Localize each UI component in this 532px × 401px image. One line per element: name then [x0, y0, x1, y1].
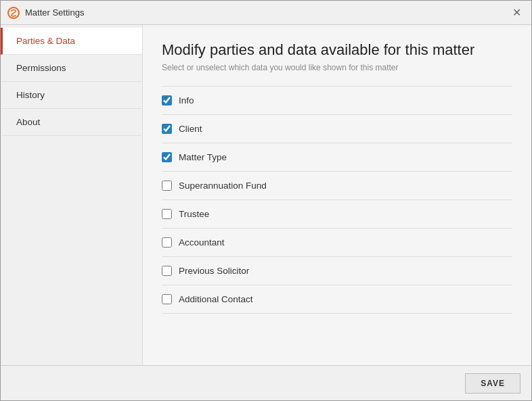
matter-settings-window: Matter Settings ✕ Parties & DataPermissi… — [0, 0, 532, 401]
checkbox-additional-contact[interactable] — [162, 294, 172, 304]
checkbox-label-superannuation-fund: Superannuation Fund — [179, 181, 267, 191]
page-subtitle: Select or unselect which data you would … — [162, 63, 512, 72]
sidebar-item-about[interactable]: About — [1, 109, 142, 136]
checkbox-matter-type[interactable] — [162, 152, 172, 162]
window-title: Matter Settings — [25, 7, 84, 18]
app-icon — [7, 7, 20, 19]
footer: SAVE — [1, 365, 531, 400]
sidebar-item-permissions[interactable]: Permissions — [1, 55, 142, 82]
checkbox-row-info: Info — [162, 87, 512, 115]
checkbox-info[interactable] — [162, 95, 172, 105]
checkbox-superannuation-fund[interactable] — [162, 181, 172, 191]
checkbox-list: InfoClientMatter TypeSuperannuation Fund… — [162, 86, 512, 314]
save-button[interactable]: SAVE — [465, 373, 520, 394]
checkbox-trustee[interactable] — [162, 209, 172, 219]
sidebar-item-parties-data[interactable]: Parties & Data — [1, 28, 142, 55]
checkbox-row-superannuation-fund: Superannuation Fund — [162, 172, 512, 200]
checkbox-accountant[interactable] — [162, 237, 172, 247]
checkbox-label-previous-solicitor: Previous Solicitor — [179, 266, 249, 276]
checkbox-previous-solicitor[interactable] — [162, 266, 172, 276]
checkbox-row-accountant: Accountant — [162, 229, 512, 257]
checkbox-label-accountant: Accountant — [179, 237, 225, 247]
checkbox-label-additional-contact: Additional Contact — [179, 294, 253, 304]
main-content: Modify parties and data available for th… — [143, 25, 531, 365]
checkbox-row-client: Client — [162, 115, 512, 143]
checkbox-row-additional-contact: Additional Contact — [162, 285, 512, 314]
checkbox-row-matter-type: Matter Type — [162, 143, 512, 172]
page-title: Modify parties and data available for th… — [162, 41, 512, 59]
checkbox-row-previous-solicitor: Previous Solicitor — [162, 257, 512, 285]
titlebar-left: Matter Settings — [7, 7, 84, 19]
checkbox-label-trustee: Trustee — [179, 209, 209, 219]
checkbox-row-trustee: Trustee — [162, 200, 512, 229]
close-button[interactable]: ✕ — [508, 5, 525, 21]
checkbox-client[interactable] — [162, 124, 172, 134]
checkbox-label-info: Info — [179, 95, 194, 105]
checkbox-label-client: Client — [179, 124, 202, 134]
checkbox-label-matter-type: Matter Type — [179, 152, 227, 162]
sidebar-item-history[interactable]: History — [1, 82, 142, 109]
content-area: Parties & DataPermissionsHistoryAbout Mo… — [1, 25, 531, 365]
titlebar: Matter Settings ✕ — [1, 1, 531, 25]
sidebar: Parties & DataPermissionsHistoryAbout — [1, 25, 143, 365]
